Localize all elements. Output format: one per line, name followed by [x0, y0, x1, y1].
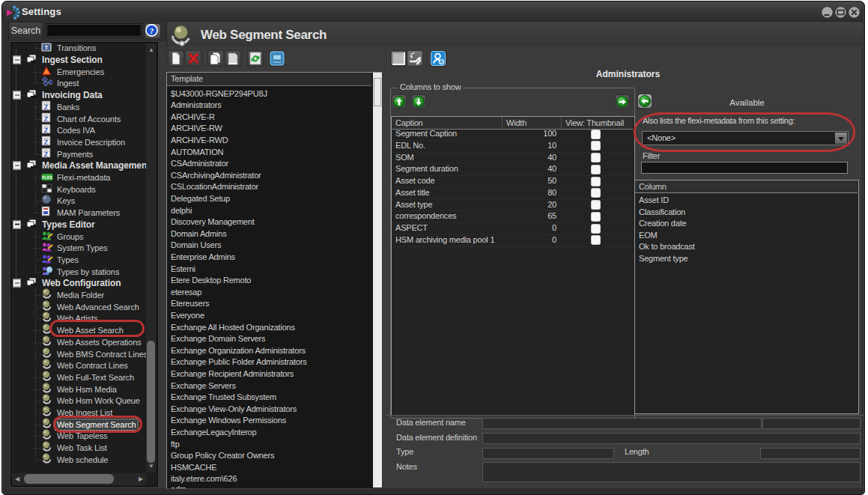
svg-text:Z: Z	[43, 115, 48, 123]
svg-text:Z: Z	[43, 139, 48, 146]
svg-text:FLEX: FLEX	[42, 175, 52, 180]
svg-text:Z: Z	[43, 103, 48, 111]
svg-text:Z: Z	[43, 151, 48, 158]
svg-text:Z: Z	[43, 127, 48, 134]
svg-text:T: T	[45, 44, 49, 51]
svg-text:?: ?	[150, 26, 154, 35]
